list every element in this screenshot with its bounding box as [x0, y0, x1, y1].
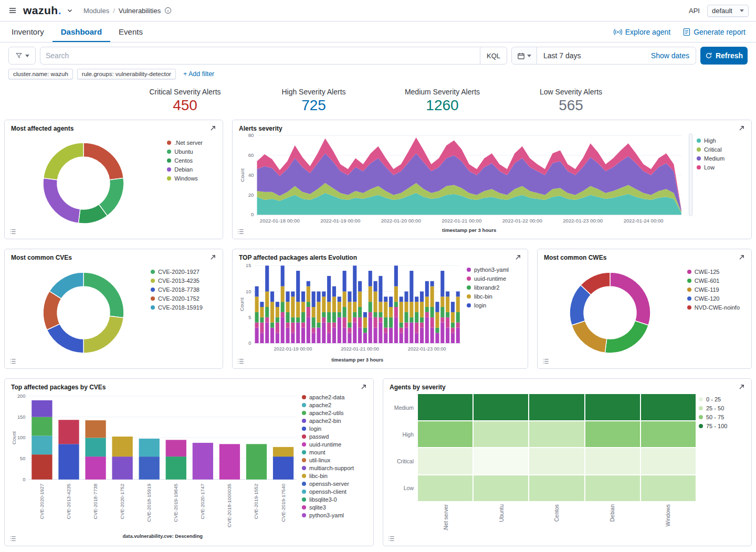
bar-segment-libc-bin[interactable] [348, 302, 351, 322]
bar-segment-login[interactable] [58, 444, 79, 480]
bar-segment-libc-bin[interactable] [322, 296, 326, 312]
generate-report-link[interactable]: Generate report [683, 28, 746, 36]
heatmap-cell[interactable] [641, 394, 696, 420]
bar-segment-libc-bin[interactable] [435, 312, 439, 328]
bar-segment-login[interactable] [420, 291, 424, 302]
bar-segment-libxrandr2[interactable] [400, 323, 403, 328]
bar-segment-libxrandr2[interactable] [430, 307, 434, 317]
donut-segment-Windows[interactable] [44, 143, 83, 180]
bar-segment-login[interactable] [440, 271, 444, 296]
bar-segment-libc-bin[interactable] [332, 296, 336, 312]
donut-segment-CWE-125[interactable] [610, 272, 650, 325]
bar-segment-python3-yaml[interactable] [384, 333, 387, 343]
donut-segment-CWE-119[interactable] [572, 321, 607, 353]
info-icon[interactable] [164, 7, 172, 14]
legend-item-libc-bin[interactable]: libc-bin [302, 473, 367, 479]
bar-segment-libc-bin[interactable] [389, 307, 393, 317]
legend-item-75 - 100[interactable]: 75 - 100 [699, 423, 745, 429]
bar-segment-libc-bin[interactable] [446, 296, 449, 312]
menu-button[interactable] [7, 5, 18, 16]
bar-segment-python3-yaml[interactable] [363, 333, 367, 343]
bar-segment-uuid-runtime[interactable] [291, 323, 295, 333]
legend-item-Debian[interactable]: Debian [167, 166, 203, 173]
legend-item-0 - 25[interactable]: 0 - 25 [699, 396, 745, 402]
bar-segment-login[interactable] [456, 291, 460, 296]
bar-segment-uuid-runtime[interactable] [307, 307, 310, 317]
bar-segment-uuid-runtime[interactable] [420, 323, 424, 328]
bar-segment-login[interactable] [353, 266, 356, 302]
legend-item-mount[interactable]: mount [302, 449, 367, 455]
heatmap-cell[interactable] [641, 448, 696, 474]
legend-item-CWE-601[interactable]: CWE-601 [687, 278, 740, 284]
bar-segment-uuid-runtime[interactable] [358, 317, 362, 328]
bar-segment-libc-bin[interactable] [400, 302, 403, 322]
legend-item-Medium[interactable]: Medium [697, 155, 745, 162]
bar-segment-python3-yaml[interactable] [193, 443, 213, 480]
bar-segment-uuid-runtime[interactable] [374, 317, 377, 328]
bar-segment-python3-yaml[interactable] [374, 327, 377, 343]
inspect-icon[interactable] [542, 357, 550, 365]
bar-segment-libxrandr2[interactable] [322, 312, 326, 317]
heatmap-cell[interactable] [474, 448, 528, 474]
bar-segment-libc-bin[interactable] [260, 307, 264, 317]
bar-segment-libc-bin[interactable] [281, 286, 285, 302]
bar-segment-uuid-runtime[interactable] [379, 317, 382, 323]
bar-segment-libc-bin[interactable] [307, 286, 310, 302]
bar-segment-login[interactable] [343, 271, 346, 291]
stat-value[interactable]: 725 [249, 96, 378, 114]
bar-segment-libxrandr2[interactable] [317, 323, 320, 328]
bar-segment-uuid-runtime[interactable] [219, 444, 240, 480]
bar-segment-libxrandr2[interactable] [456, 312, 460, 323]
bar-segment-login[interactable] [369, 271, 372, 286]
wazuh-logo[interactable]: wazuh. [23, 4, 61, 17]
legend-item-openssh-server[interactable]: openssh-server [302, 481, 367, 487]
bar-segment-python3-yaml[interactable] [286, 327, 289, 343]
bar-segment-python3-yaml[interactable] [451, 333, 455, 343]
bar-segment-libxrandr2[interactable] [348, 323, 351, 328]
heatmap-cell[interactable] [418, 421, 472, 448]
donut-segment-CVE-2020-1927[interactable] [83, 272, 124, 318]
bar-segment-libc-bin[interactable] [338, 302, 341, 312]
bar-segment-python3-yaml[interactable] [420, 327, 424, 343]
bar-segment-python3-yaml[interactable] [389, 327, 393, 343]
bar-segment-apache2[interactable] [32, 436, 52, 454]
bar-segment-libc-bin[interactable] [374, 291, 377, 312]
legend-item-uuid-runtime[interactable]: uuid-runtime [467, 275, 521, 282]
bar-segment-libxrandr2[interactable] [260, 317, 264, 323]
bar-segment-login[interactable] [384, 296, 387, 302]
inspect-icon[interactable] [9, 535, 17, 543]
bar-segment-login[interactable] [260, 302, 264, 307]
bar-segment-libxrandr2[interactable] [384, 317, 387, 328]
expand-icon[interactable] [209, 254, 216, 261]
bar-segment-libxrandr2[interactable] [410, 317, 413, 323]
bar-segment-python3-yaml[interactable] [358, 327, 362, 343]
bar-segment-login[interactable] [451, 302, 455, 312]
bar-segment-login[interactable] [400, 296, 403, 302]
bar-segment-login[interactable] [363, 312, 367, 317]
bar-segment-libc-bin[interactable] [296, 302, 300, 317]
bar-segment-python3-yaml[interactable] [291, 333, 295, 343]
expand-icon[interactable] [738, 384, 745, 390]
legend-item-libc-bin[interactable]: libc-bin [467, 293, 521, 300]
bar-segment-libc-bin[interactable] [456, 296, 460, 312]
legend-item-Low[interactable]: Low [697, 164, 745, 171]
legend-item-libxrandr2[interactable]: libxrandr2 [467, 284, 521, 291]
bar-segment-uuid-runtime[interactable] [348, 327, 351, 333]
bar-segment-sqlite3[interactable] [166, 440, 186, 457]
bar-segment-util-linux[interactable] [85, 420, 106, 438]
legend-item-NVD-CWE-noinfo[interactable]: NVD-CWE-noinfo [687, 304, 740, 311]
bar-segment-uuid-runtime[interactable] [430, 317, 434, 328]
legend-item-python3-yaml[interactable]: python3-yaml [302, 512, 367, 518]
bar-segment-login[interactable] [301, 291, 305, 302]
filter-pill-cluster[interactable]: cluster.name: wazuh [8, 69, 73, 79]
bar-segment-login[interactable] [273, 457, 293, 480]
bar-segment-python3-yaml[interactable] [307, 317, 310, 343]
heatmap-cell[interactable] [529, 421, 584, 448]
bar-segment-login[interactable] [394, 266, 398, 286]
bar-segment-libxrandr2[interactable] [338, 312, 341, 317]
bar-segment-libxrandr2[interactable] [394, 302, 398, 307]
bar-segment-libxrandr2[interactable] [286, 312, 289, 323]
bar-segment-libc-bin[interactable] [369, 286, 372, 302]
bar-segment-uuid-runtime[interactable] [85, 457, 106, 480]
bar-segment-uuid-runtime[interactable] [456, 323, 460, 328]
